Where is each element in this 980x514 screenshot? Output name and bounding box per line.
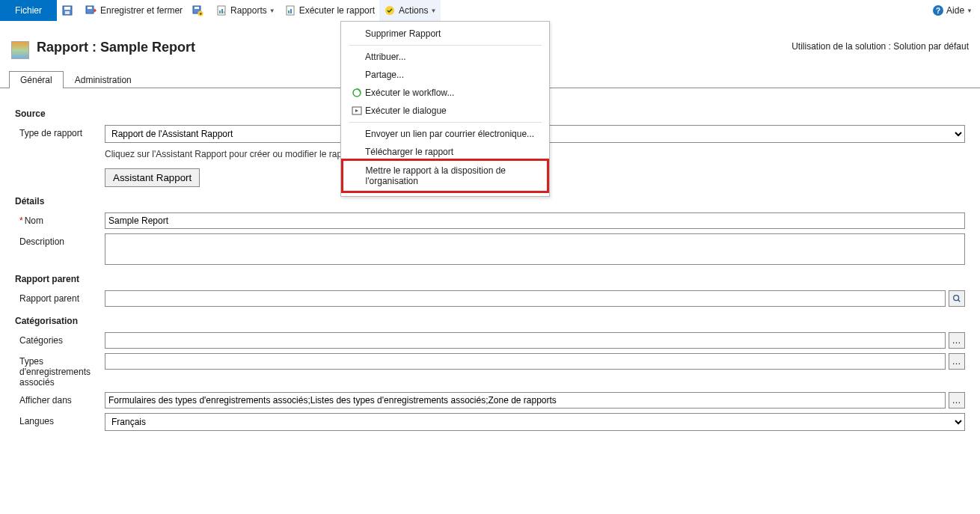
svg-line-22 <box>958 300 961 302</box>
chevron-down-icon: ▼ <box>967 7 973 14</box>
chevron-down-icon: ▼ <box>430 7 436 14</box>
row-name: *Nom <box>15 212 965 229</box>
run-report-button[interactable]: Exécuter le rapport <box>280 0 379 21</box>
label-description: Description <box>15 233 105 247</box>
page-title: Rapport : Sample Report <box>37 40 195 55</box>
description-textarea[interactable] <box>105 233 965 265</box>
menu-label: Attribuer... <box>365 52 406 62</box>
svg-marker-20 <box>355 109 358 112</box>
tab-administration[interactable]: Administration <box>64 71 143 88</box>
label-languages: Langues <box>15 413 105 426</box>
dialog-icon <box>349 105 365 116</box>
show-in-input[interactable] <box>105 392 946 409</box>
ellipsis-button[interactable]: … <box>949 353 965 370</box>
svg-rect-15 <box>290 9 292 13</box>
section-parent: Rapport parent <box>15 274 965 284</box>
menu-separator <box>349 122 542 123</box>
save-and-close-button[interactable]: Enregistrer et fermer <box>81 0 187 21</box>
row-show-in: Afficher dans … <box>15 392 965 409</box>
actions-icon <box>384 4 396 16</box>
menu-make-available-to-org[interactable]: Mettre le rapport à la disposition de l'… <box>343 161 547 191</box>
section-details: Détails <box>15 196 965 206</box>
label-name: *Nom <box>15 212 105 226</box>
ellipsis-button[interactable]: … <box>949 392 965 409</box>
actions-label: Actions <box>399 5 428 16</box>
menu-email-link[interactable]: Envoyer un lien par courrier électroniqu… <box>341 125 549 143</box>
help-icon: ? <box>933 5 943 16</box>
row-related-types: Types d'enregistrements associés … <box>15 353 965 388</box>
reports-menu-button[interactable]: Rapports ▼ <box>211 0 280 21</box>
label-categories: Catégories <box>15 332 105 346</box>
highlighted-menu-item: Mettre le rapport à la disposition de l'… <box>341 159 549 193</box>
svg-rect-2 <box>65 11 70 14</box>
label-related-types: Types d'enregistrements associés <box>15 353 105 388</box>
svg-rect-14 <box>288 10 290 13</box>
label-parent: Rapport parent <box>15 290 105 304</box>
help-button[interactable]: ? Aide ▼ <box>925 5 980 16</box>
parent-report-lookup[interactable] <box>105 290 946 307</box>
languages-select[interactable]: Français <box>105 413 965 431</box>
svg-rect-6 <box>195 7 199 9</box>
row-categories: Catégories … <box>15 332 965 349</box>
row-parent: Rapport parent <box>15 290 965 307</box>
save-new-icon: ★ <box>192 4 203 16</box>
menu-run-workflow[interactable]: Exécuter le workflow... <box>341 84 549 102</box>
save-icon <box>61 4 73 16</box>
menu-label: Supprimer Rapport <box>365 28 441 39</box>
label-show-in: Afficher dans <box>15 392 105 406</box>
row-languages: Langues Français <box>15 413 965 431</box>
solution-label: Utilisation de la solution : Solution pa… <box>791 40 969 52</box>
menu-separator <box>349 45 542 46</box>
svg-rect-10 <box>219 10 221 13</box>
actions-dropdown: Supprimer Rapport Attribuer... Partage..… <box>340 21 550 197</box>
label-report-type: Type de rapport <box>15 125 105 138</box>
svg-rect-11 <box>221 9 223 13</box>
report-icon <box>215 4 227 16</box>
chevron-down-icon: ▼ <box>269 7 275 14</box>
menu-share[interactable]: Partage... <box>341 66 549 84</box>
menu-assign[interactable]: Attribuer... <box>341 48 549 66</box>
menu-delete-report[interactable]: Supprimer Rapport <box>341 25 549 43</box>
search-icon <box>952 294 961 303</box>
save-close-label: Enregistrer et fermer <box>100 5 183 16</box>
svg-rect-12 <box>224 11 224 13</box>
row-description: Description <box>15 233 965 265</box>
lookup-button[interactable] <box>949 290 965 307</box>
save-close-icon <box>85 4 97 16</box>
menu-label: Télécharger le rapport <box>365 147 453 157</box>
run-report-label: Exécuter le rapport <box>299 5 375 16</box>
ellipsis-button[interactable]: … <box>949 332 965 349</box>
required-icon: * <box>19 215 23 226</box>
help-label: Aide <box>946 5 964 16</box>
file-button[interactable]: Fichier <box>0 0 57 21</box>
svg-rect-1 <box>64 7 70 10</box>
run-report-icon <box>284 4 296 16</box>
menu-label: Envoyer un lien par courrier électroniqu… <box>365 129 534 139</box>
menu-label: Mettre le rapport à la disposition de l'… <box>366 165 539 186</box>
tab-general[interactable]: Général <box>9 71 64 88</box>
related-types-input[interactable] <box>105 353 946 370</box>
categories-input[interactable] <box>105 332 946 349</box>
report-wizard-button[interactable]: Assistant Rapport <box>105 168 200 187</box>
name-input[interactable] <box>105 212 965 229</box>
report-entity-icon <box>11 41 29 59</box>
menu-label: Exécuter le workflow... <box>365 88 454 98</box>
actions-menu-button[interactable]: Actions ▼ <box>379 0 441 21</box>
menu-label: Exécuter le dialogue <box>365 105 447 116</box>
menu-label: Partage... <box>365 70 404 80</box>
menu-run-dialog[interactable]: Exécuter le dialogue <box>341 102 549 120</box>
svg-point-21 <box>954 296 959 301</box>
section-categorization: Catégorisation <box>15 316 965 326</box>
svg-rect-4 <box>88 7 92 9</box>
save-new-button[interactable]: ★ <box>187 0 211 21</box>
command-bar: Fichier Enregistrer et fermer ★ Rapports… <box>0 0 980 21</box>
workflow-icon <box>349 88 365 98</box>
save-button[interactable] <box>57 0 81 21</box>
reports-label: Rapports <box>230 5 267 16</box>
